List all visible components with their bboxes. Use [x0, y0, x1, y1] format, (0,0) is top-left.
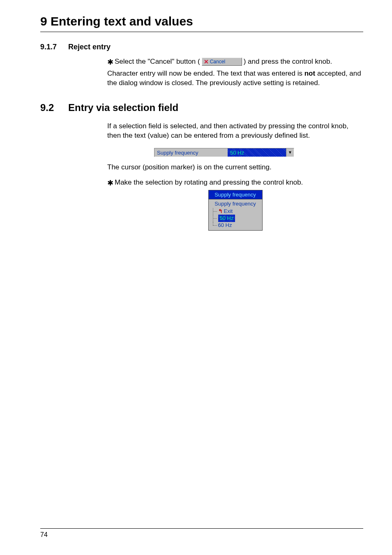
chapter-title: 9 Entering text and values	[40, 14, 363, 28]
cursor-note: The cursor (position marker) is on the c…	[107, 163, 363, 172]
section-92-heading: 9.2 Entry via selection field	[40, 102, 363, 113]
dropdown-item-60hz[interactable]: 60 Hz	[210, 222, 261, 229]
bullet-icon: ✱	[107, 58, 115, 66]
selected-option: 50 Hz	[218, 215, 235, 222]
supply-frequency-dropdown-open[interactable]: Supply frequency Supply frequency ↰ Exit…	[208, 190, 263, 231]
cancel-button[interactable]: ✕ Cancel	[202, 58, 242, 66]
tree-branch-icon	[210, 208, 218, 215]
section-title: Entry via selection field	[68, 102, 178, 113]
section-title: Reject entry	[68, 43, 111, 51]
section-number: 9.2	[40, 102, 68, 113]
select-value: 50 Hz	[228, 148, 286, 157]
instruction-text: Make the selection by rotating and press…	[115, 178, 303, 187]
page-footer: 74	[40, 528, 363, 539]
exit-icon: ↰	[218, 208, 223, 215]
instruction-bullet: ✱ Select the "Cancel" button ( ✕ Cancel …	[107, 57, 363, 67]
instruction-text-pre: Select the "Cancel" button (	[115, 57, 200, 67]
instruction-text-post: ) and press the control knob.	[244, 57, 332, 67]
paragraph: Character entry will now be ended. The t…	[107, 69, 363, 88]
chapter-rule	[40, 32, 363, 32]
bullet-icon: ✱	[107, 179, 115, 187]
cancel-label: Cancel	[210, 58, 225, 65]
tree-branch-icon	[210, 215, 218, 222]
instruction-bullet: ✱ Make the selection by rotating and pre…	[107, 178, 363, 187]
select-label: Supply frequency	[154, 148, 228, 157]
dropdown-title: Supply frequency	[209, 190, 262, 200]
dropdown-item-50hz[interactable]: 50 Hz	[210, 215, 261, 222]
x-icon: ✕	[204, 59, 209, 65]
dropdown-subtitle: Supply frequency	[210, 200, 261, 208]
section-number: 9.1.7	[40, 43, 68, 51]
page-number: 74	[40, 531, 363, 539]
section-917-heading: 9.1.7 Reject entry	[40, 43, 363, 51]
supply-frequency-select[interactable]: Supply frequency 50 Hz ▼	[154, 148, 294, 157]
tree-branch-icon	[210, 222, 218, 229]
dropdown-item-exit[interactable]: ↰ Exit	[210, 208, 261, 215]
chevron-down-icon[interactable]: ▼	[286, 148, 294, 157]
section-intro: If a selection field is selected, and th…	[107, 122, 363, 141]
